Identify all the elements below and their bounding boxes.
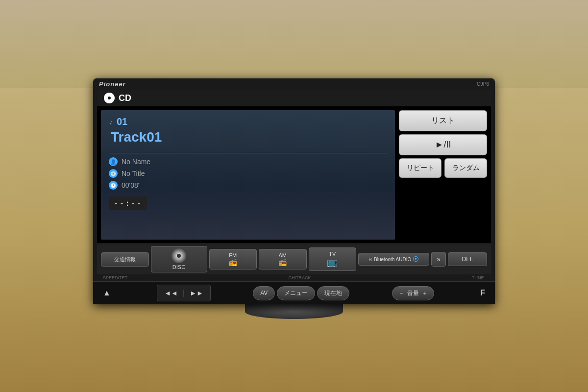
duration: 00'08": [122, 181, 141, 189]
track-info-panel: ♪ 01 Track01 👤 No Name 💿 N: [101, 110, 395, 240]
vol-minus[interactable]: －: [398, 289, 404, 297]
fm-button[interactable]: FM 📻: [209, 249, 257, 270]
pioneer-logo: Pioneer: [99, 80, 126, 88]
duration-line: 🕐 00'08": [109, 181, 387, 190]
wall: [0, 0, 588, 88]
small-label-right: TUNE.: [472, 275, 485, 280]
vol-label: 音量: [407, 289, 419, 297]
fm-label: FM: [229, 252, 237, 258]
music-note-icon: ♪: [109, 118, 113, 126]
room-background: Pioneer C9P6 CD ♪: [0, 0, 588, 392]
control-panel: リスト ►/II リピート ランダム: [399, 110, 487, 240]
pioneer-unit: Pioneer C9P6 CD ♪: [93, 78, 495, 304]
divider: [109, 153, 387, 153]
repeat-button[interactable]: リピート: [399, 158, 441, 178]
bt-line1: Bluetooth: [374, 257, 394, 262]
menu-buttons: AV メニュー 現在地: [253, 286, 349, 300]
disc-label: DISC: [172, 264, 185, 270]
album-line: 💿 No Title: [109, 169, 387, 178]
disc-visual: [172, 248, 186, 263]
tv-button[interactable]: TV 📺: [309, 247, 357, 271]
mode-label: CD: [119, 93, 131, 103]
small-labels: SPEED/TET CH/TRACK TUNE.: [97, 274, 491, 281]
next-button[interactable]: ►►: [187, 287, 206, 299]
track-number: 01: [117, 116, 127, 127]
prev-button[interactable]: ◄◄: [161, 287, 181, 299]
menu-button[interactable]: メニュー: [277, 286, 315, 300]
home-button[interactable]: 現在地: [317, 286, 349, 300]
play-pause-button[interactable]: ►/II: [399, 134, 487, 155]
tv-label: TV: [329, 251, 336, 257]
track-number-line: ♪ 01: [109, 116, 387, 127]
clock-icon: 🕐: [109, 181, 118, 190]
list-button[interactable]: リスト: [399, 110, 487, 131]
album-icon: 💿: [109, 169, 118, 178]
nav-cluster: ◄◄ | ►►: [157, 285, 211, 301]
traffic-button[interactable]: 交通情報: [101, 252, 149, 267]
am-label: AM: [279, 252, 287, 258]
position-display: --:--: [109, 196, 147, 210]
device-stand: [245, 304, 343, 319]
source-bar: 交通情報 DISC FM 📻 AM: [97, 244, 491, 274]
screen-content: CD ♪ 01 Track01: [97, 90, 491, 281]
off-button[interactable]: OFF: [448, 252, 487, 266]
bluetooth-audio-button[interactable]: ʙ Bluetooth AUDIO ⦿: [358, 253, 429, 266]
volume-control[interactable]: － 音量 ＋: [392, 286, 434, 300]
bottom-controls: ▲ ◄◄ | ►► AV メニュー 現在地 － 音量 ＋ F: [93, 281, 495, 304]
eject-button[interactable]: ▲: [99, 287, 115, 299]
av-button[interactable]: AV: [253, 286, 275, 300]
model-number: C9P6: [477, 81, 489, 87]
bluetooth-icon: ʙ: [368, 255, 372, 263]
repeat-random-buttons: リピート ランダム: [399, 158, 487, 178]
device-container: Pioneer C9P6 CD ♪: [93, 78, 495, 319]
small-label-center: CH/TRACK: [289, 275, 311, 280]
artist-line: 👤 No Name: [109, 157, 387, 166]
screen: CD ♪ 01 Track01: [93, 90, 495, 281]
cd-icon: [104, 93, 115, 103]
vol-plus[interactable]: ＋: [422, 289, 428, 297]
random-button[interactable]: ランダム: [444, 158, 487, 178]
artist-name: No Name: [122, 158, 150, 166]
f-button[interactable]: F: [476, 287, 489, 299]
artist-icon: 👤: [109, 157, 118, 166]
disc-button[interactable]: DISC: [151, 246, 207, 272]
top-bar: Pioneer C9P6: [93, 78, 495, 90]
small-label-left: SPEED/TET: [103, 275, 127, 280]
bt-line2: AUDIO: [396, 257, 412, 262]
bt-symbol: ⦿: [413, 255, 419, 263]
tv-icon: 📺: [311, 257, 354, 268]
disc-center: [177, 254, 181, 258]
forward-button[interactable]: »: [431, 252, 446, 267]
am-button[interactable]: AM 📻: [259, 249, 307, 270]
track-name: Track01: [109, 129, 387, 145]
main-display: ♪ 01 Track01 👤 No Name 💿 N: [97, 106, 491, 244]
cd-header: CD: [97, 90, 491, 106]
album-name: No Title: [122, 170, 145, 177]
